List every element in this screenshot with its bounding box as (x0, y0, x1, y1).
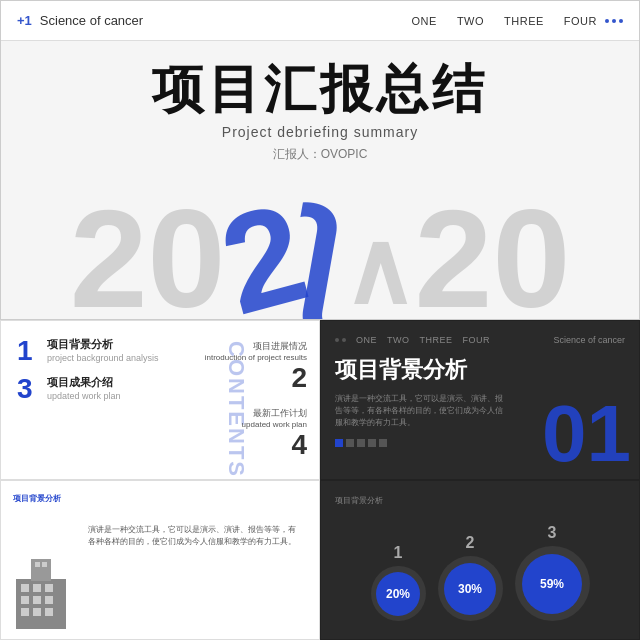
contents-right: 项目进展情况 introduction of project results 2… (205, 321, 307, 479)
circle-outer-1: 20% (371, 566, 426, 621)
gray-square-3 (368, 439, 376, 447)
circle-outer-3: 59% (515, 546, 590, 621)
analysis-label: 项目背景分析 (13, 493, 307, 504)
bg-num-5: 20 (415, 189, 571, 320)
svg-rect-8 (33, 608, 41, 616)
svg-rect-10 (31, 559, 51, 581)
bg-numbers: 20 2 ∫ ∧ 20 (1, 189, 639, 320)
bottom-grid: CONTENTS 1 项目背景分析 project background ana… (0, 320, 640, 640)
item-sub-3: updated work plan (47, 391, 121, 401)
dark-nav-three[interactable]: THREE (420, 335, 453, 345)
stat-pct-3: 59% (540, 577, 564, 591)
nav-title: Science of cancer (40, 13, 412, 28)
gray-square-4 (379, 439, 387, 447)
stat-index-1: 1 (394, 544, 403, 562)
stats-slide: 项目背景分析 1 20% 2 30% 3 (320, 480, 640, 640)
nav-plus: +1 (17, 13, 32, 28)
dark-slide: ONE TWO THREE FOUR Science of cancer 项目背… (320, 320, 640, 480)
dark-dot-2 (342, 338, 346, 342)
item-main-3: 项目成果介绍 (47, 375, 121, 390)
stat-item-3: 3 59% (515, 524, 590, 621)
nav-two[interactable]: TWO (457, 15, 484, 27)
item-text-3: 项目成果介绍 updated work plan (47, 375, 121, 401)
svg-rect-12 (42, 562, 47, 567)
building-illustration (11, 559, 71, 629)
item-main-1: 项目背景分析 (47, 337, 159, 352)
item-num-3: 3 (17, 375, 39, 403)
right-item-4: 最新工作计划 updated work plan 4 (205, 407, 307, 461)
svg-rect-9 (45, 608, 53, 616)
item-text-1: 项目背景分析 project background analysis (47, 337, 159, 363)
sub-title: Project debriefing summary (222, 124, 418, 140)
stats-label: 项目背景分析 (335, 495, 625, 506)
right-subtext-4: updated work plan (205, 420, 307, 429)
stat-index-3: 3 (548, 524, 557, 542)
right-subtext-2: introduction of project results (205, 353, 307, 362)
svg-rect-4 (21, 596, 29, 604)
stat-item-1: 1 20% (371, 544, 426, 621)
analysis-slide: 项目背景分析 演讲是一种交流工具，它可以是演示、演讲、报告等等，有各种各样的目的… (0, 480, 320, 640)
bg-num-1: 20 (70, 189, 226, 320)
blue-square-1 (335, 439, 343, 447)
main-title: 项目汇报总结 (152, 61, 488, 118)
dark-title: 项目背景分析 (335, 355, 625, 385)
bg-num-4: ∧ (342, 219, 415, 319)
dark-nav-two[interactable]: TWO (387, 335, 410, 345)
dark-nav-right: Science of cancer (553, 335, 625, 345)
top-nav: +1 Science of cancer ONE TWO THREE FOUR (1, 1, 639, 41)
nav-four[interactable]: FOUR (564, 15, 597, 27)
nav-more-dots[interactable] (605, 19, 623, 23)
svg-rect-2 (33, 584, 41, 592)
right-item-2: 项目进展情况 introduction of project results 2 (205, 340, 307, 394)
svg-rect-7 (21, 608, 29, 616)
right-num-2: 2 (291, 362, 307, 393)
item-sub-1: project background analysis (47, 353, 159, 363)
circle-inner-2: 30% (444, 563, 496, 615)
item-num-1: 1 (17, 337, 39, 365)
svg-rect-11 (35, 562, 40, 567)
analysis-text: 演讲是一种交流工具，它可以是演示、演讲、报告等等，有各种各样的目的，使它们成为今… (88, 524, 297, 548)
right-text-2: 项目进展情况 (205, 340, 307, 353)
top-slide: +1 Science of cancer ONE TWO THREE FOUR … (0, 0, 640, 320)
contents-slide: CONTENTS 1 项目背景分析 project background ana… (0, 320, 320, 480)
dark-desc: 演讲是一种交流工具，它可以是演示、演讲、报告等等，有各种各样的目的，使它们成为今… (335, 393, 509, 429)
dark-nav: ONE TWO THREE FOUR Science of cancer (335, 335, 625, 345)
circle-inner-1: 20% (376, 572, 420, 616)
dark-nav-four[interactable]: FOUR (463, 335, 491, 345)
right-text-4: 最新工作计划 (205, 407, 307, 420)
svg-rect-5 (33, 596, 41, 604)
nav-three[interactable]: THREE (504, 15, 544, 27)
dark-dot-1 (335, 338, 339, 342)
stat-item-2: 2 30% (438, 534, 503, 621)
dark-nav-one[interactable]: ONE (356, 335, 377, 345)
svg-rect-3 (45, 584, 53, 592)
reporter: 汇报人：OVOPIC (273, 146, 368, 163)
slide-main-content: 项目汇报总结 Project debriefing summary 汇报人：OV… (1, 41, 639, 163)
dot-2 (612, 19, 616, 23)
stat-index-2: 2 (466, 534, 475, 552)
svg-rect-1 (21, 584, 29, 592)
stat-pct-1: 20% (386, 587, 410, 601)
svg-rect-6 (45, 596, 53, 604)
stat-pct-2: 30% (458, 582, 482, 596)
gray-square-2 (357, 439, 365, 447)
dot-3 (619, 19, 623, 23)
big-number-01: 01 (542, 394, 631, 474)
stats-circles: 1 20% 2 30% 3 59% (335, 514, 625, 621)
dark-dots (335, 338, 346, 342)
right-num-4: 4 (291, 429, 307, 460)
circle-inner-3: 59% (522, 554, 582, 614)
circle-outer-2: 30% (438, 556, 503, 621)
gray-square-1 (346, 439, 354, 447)
nav-items: ONE TWO THREE FOUR (412, 15, 597, 27)
dot-1 (605, 19, 609, 23)
nav-one[interactable]: ONE (412, 15, 437, 27)
